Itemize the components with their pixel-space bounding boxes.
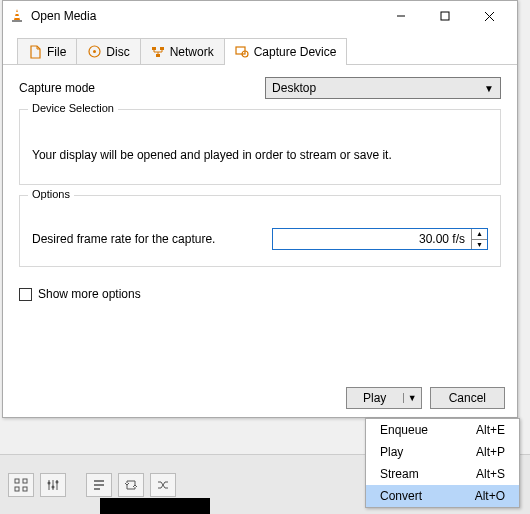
tab-capture-device[interactable]: Capture Device [224,38,348,64]
maximize-button[interactable] [423,2,467,30]
capture-mode-label: Capture mode [19,81,95,95]
play-button[interactable]: Play ▼ [346,387,422,409]
menu-accel: Alt+S [476,467,505,481]
play-button-label: Play [347,391,403,405]
svg-rect-0 [15,479,19,483]
shuffle-icon[interactable] [150,473,176,497]
file-icon [28,45,42,59]
tab-network[interactable]: Network [140,38,225,64]
chevron-down-icon: ▼ [484,83,494,94]
vlc-icon [9,8,25,24]
minimize-button[interactable] [379,2,423,30]
capture-mode-value: Desktop [272,81,316,95]
svg-rect-15 [12,20,22,22]
tab-label: Capture Device [254,45,337,59]
svg-rect-25 [236,47,245,54]
device-selection-description: Your display will be opened and played i… [30,124,490,172]
cancel-button[interactable]: Cancel [430,387,505,409]
svg-rect-1 [23,479,27,483]
menu-convert[interactable]: Convert Alt+O [366,485,519,507]
menu-accel: Alt+E [476,423,505,437]
group-title: Options [28,188,74,200]
svg-point-8 [52,485,55,488]
disc-icon [87,45,101,59]
network-icon [151,45,165,59]
cancel-button-label: Cancel [449,391,486,405]
menu-label: Convert [380,489,422,503]
menu-enqueue[interactable]: Enqueue Alt+E [366,419,519,441]
spin-down-icon[interactable]: ▼ [472,240,487,250]
svg-rect-22 [152,47,156,50]
svg-point-7 [48,481,51,484]
show-more-options-row[interactable]: Show more options [3,277,517,311]
svg-point-21 [93,50,96,53]
svg-rect-14 [14,16,19,18]
capture-mode-select[interactable]: Desktop ▼ [265,77,501,99]
tab-label: Network [170,45,214,59]
open-media-dialog: Open Media File Disc [2,0,518,418]
options-group: Options Desired frame rate for the captu… [19,195,501,267]
play-dropdown-menu: Enqueue Alt+E Play Alt+P Stream Alt+S Co… [365,418,520,508]
device-selection-group: Device Selection Your display will be op… [19,109,501,185]
playlist-icon[interactable] [86,473,112,497]
framerate-value: 30.00 f/s [273,232,471,246]
menu-label: Enqueue [380,423,428,437]
svg-rect-3 [23,487,27,491]
fullscreen-icon[interactable] [8,473,34,497]
framerate-label: Desired frame rate for the capture. [32,232,272,246]
svg-rect-17 [441,12,449,20]
menu-accel: Alt+P [476,445,505,459]
svg-rect-2 [15,487,19,491]
show-more-label: Show more options [38,287,141,301]
svg-rect-24 [156,54,160,57]
svg-rect-13 [15,12,19,14]
tab-file[interactable]: File [17,38,77,64]
tabbar: File Disc Network Capture Device [3,35,517,65]
menu-stream[interactable]: Stream Alt+S [366,463,519,485]
loop-icon[interactable] [118,473,144,497]
framerate-spinbox[interactable]: 30.00 f/s ▲ ▼ [272,228,488,250]
window-title: Open Media [31,9,379,23]
tab-label: Disc [106,45,129,59]
capture-device-icon [235,45,249,59]
tab-disc[interactable]: Disc [76,38,140,64]
svg-rect-23 [160,47,164,50]
spin-up-icon[interactable]: ▲ [472,229,487,240]
background-video-bar [100,498,210,514]
show-more-checkbox[interactable] [19,288,32,301]
tab-label: File [47,45,66,59]
titlebar: Open Media [3,1,517,31]
menu-label: Stream [380,467,419,481]
play-dropdown-arrow[interactable]: ▼ [403,393,421,403]
equalizer-icon[interactable] [40,473,66,497]
menu-label: Play [380,445,403,459]
group-title: Device Selection [28,102,118,114]
close-button[interactable] [467,2,511,30]
menu-accel: Alt+O [475,489,505,503]
menu-play[interactable]: Play Alt+P [366,441,519,463]
svg-point-9 [56,480,59,483]
